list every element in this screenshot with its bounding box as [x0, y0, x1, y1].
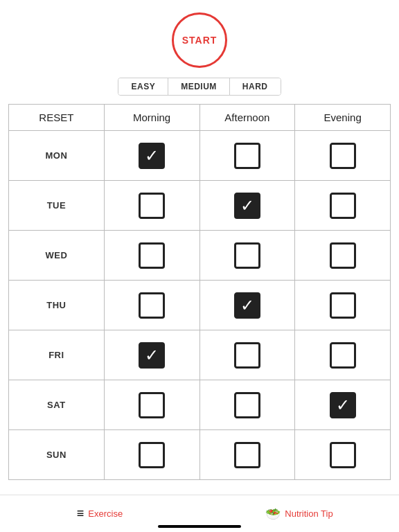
- checkbox-thu-afternoon[interactable]: ✓: [234, 292, 260, 319]
- header: START EASY MEDIUM HARD: [0, 0, 399, 104]
- col-morning: Morning: [104, 105, 200, 131]
- day-label: MON: [9, 131, 105, 181]
- checkbox-mon-afternoon[interactable]: ✓: [234, 143, 260, 169]
- checkbox-sun-morning[interactable]: ✓: [139, 442, 165, 468]
- cell-sun-evening[interactable]: ✓: [295, 430, 391, 480]
- cell-wed-evening[interactable]: ✓: [295, 231, 391, 281]
- schedule-table: RESET Morning Afternoon Evening MON✓✓✓TU…: [8, 104, 391, 480]
- cell-thu-morning[interactable]: ✓: [104, 281, 200, 330]
- day-label: SAT: [9, 380, 105, 430]
- table-row: WED✓✓✓: [9, 231, 391, 281]
- checkmark-icon: ✓: [145, 148, 159, 164]
- col-afternoon: Afternoon: [200, 105, 295, 131]
- day-label: TUE: [9, 181, 105, 231]
- cell-sat-evening[interactable]: ✓: [295, 380, 391, 430]
- cell-mon-evening[interactable]: ✓: [295, 131, 391, 181]
- cell-sat-afternoon[interactable]: ✓: [200, 380, 295, 430]
- cell-mon-afternoon[interactable]: ✓: [200, 131, 295, 181]
- checkbox-sat-evening[interactable]: ✓: [330, 392, 356, 418]
- checkbox-sun-afternoon[interactable]: ✓: [234, 442, 260, 468]
- table-row: MON✓✓✓: [9, 131, 391, 181]
- checkbox-sat-afternoon[interactable]: ✓: [234, 392, 260, 418]
- checkbox-sat-morning[interactable]: ✓: [139, 392, 165, 418]
- table-row: SAT✓✓✓: [9, 380, 391, 430]
- difficulty-medium[interactable]: MEDIUM: [168, 78, 230, 95]
- day-label: SUN: [9, 430, 105, 480]
- tab-bar-indicator: [158, 525, 241, 528]
- checkbox-wed-afternoon[interactable]: ✓: [234, 242, 260, 269]
- day-label: WED: [9, 231, 105, 281]
- cell-tue-evening[interactable]: ✓: [295, 181, 391, 231]
- table-row: SUN✓✓✓: [9, 430, 391, 480]
- cell-mon-morning[interactable]: ✓: [104, 131, 200, 181]
- difficulty-hard[interactable]: HARD: [230, 78, 281, 95]
- checkbox-wed-evening[interactable]: ✓: [330, 242, 356, 269]
- checkmark-icon: ✓: [145, 347, 159, 364]
- checkbox-mon-morning[interactable]: ✓: [139, 143, 165, 169]
- cell-fri-afternoon[interactable]: ✓: [200, 330, 295, 380]
- checkmark-icon: ✓: [336, 397, 350, 414]
- checkbox-wed-morning[interactable]: ✓: [139, 242, 165, 269]
- checkbox-fri-morning[interactable]: ✓: [139, 342, 165, 369]
- cell-fri-morning[interactable]: ✓: [104, 330, 200, 380]
- table-row: THU✓✓✓: [9, 281, 391, 330]
- col-evening: Evening: [295, 105, 391, 131]
- checkmark-icon: ✓: [240, 197, 254, 214]
- table-row: FRI✓✓✓: [9, 330, 391, 380]
- tab-exercise-label: Exercise: [88, 508, 123, 519]
- tab-nutrition-label: Nutrition Tip: [285, 508, 332, 519]
- checkbox-sun-evening[interactable]: ✓: [330, 442, 356, 468]
- cell-thu-evening[interactable]: ✓: [295, 281, 391, 330]
- difficulty-bar: EASY MEDIUM HARD: [118, 78, 281, 96]
- checkbox-fri-evening[interactable]: ✓: [330, 342, 356, 369]
- cell-tue-afternoon[interactable]: ✓: [200, 181, 295, 231]
- cell-sun-morning[interactable]: ✓: [104, 430, 200, 480]
- cell-sat-morning[interactable]: ✓: [104, 380, 200, 430]
- cell-wed-morning[interactable]: ✓: [104, 231, 200, 281]
- difficulty-easy[interactable]: EASY: [118, 78, 168, 95]
- col-reset: RESET: [9, 105, 105, 131]
- nutrition-icon: 🥗: [265, 506, 281, 522]
- checkbox-tue-evening[interactable]: ✓: [330, 193, 356, 219]
- checkbox-tue-morning[interactable]: ✓: [139, 193, 165, 219]
- day-label: FRI: [9, 330, 105, 380]
- checkbox-tue-afternoon[interactable]: ✓: [234, 193, 260, 219]
- cell-tue-morning[interactable]: ✓: [104, 181, 200, 231]
- checkmark-icon: ✓: [240, 297, 254, 314]
- table-row: TUE✓✓✓: [9, 181, 391, 231]
- checkbox-thu-evening[interactable]: ✓: [330, 292, 356, 319]
- cell-sun-afternoon[interactable]: ✓: [200, 430, 295, 480]
- day-label: THU: [9, 281, 105, 330]
- checkbox-thu-morning[interactable]: ✓: [139, 292, 165, 319]
- cell-thu-afternoon[interactable]: ✓: [200, 281, 295, 330]
- cell-wed-afternoon[interactable]: ✓: [200, 231, 295, 281]
- exercise-icon: ≡: [77, 506, 85, 521]
- tab-bar: ≡ Exercise 🥗 Nutrition Tip: [0, 495, 399, 532]
- start-button[interactable]: START: [172, 12, 227, 68]
- checkbox-mon-evening[interactable]: ✓: [330, 143, 356, 169]
- cell-fri-evening[interactable]: ✓: [295, 330, 391, 380]
- checkbox-fri-afternoon[interactable]: ✓: [234, 342, 260, 369]
